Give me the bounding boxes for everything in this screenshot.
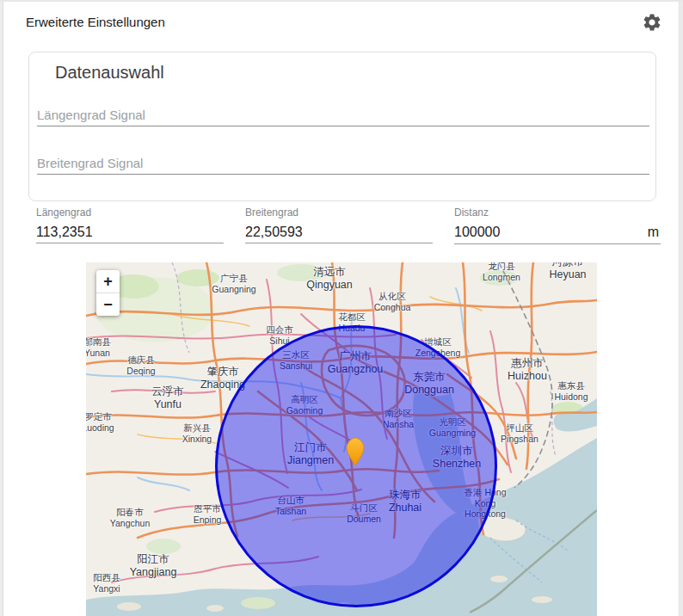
gear-icon [642, 22, 662, 35]
page-title: Erweiterte Einstellungen [26, 15, 165, 29]
map-place-label: 恩平市Enping [194, 503, 222, 525]
page-left-edge [0, 2, 3, 616]
longitude-input[interactable] [36, 221, 224, 243]
distance-input[interactable] [454, 221, 626, 243]
longitude-label: Längengrad [36, 206, 224, 219]
map-place-label: 惠州市Huizhou [508, 357, 547, 383]
longitude-field: Längengrad [36, 206, 224, 243]
map-place-label: 阳西县Yangxi [93, 572, 120, 594]
longitude-signal-input[interactable] [37, 104, 649, 126]
map-place-label: 郁南县Yunan [86, 336, 111, 358]
latitude-input[interactable] [245, 221, 433, 243]
map-place-label: 罗定市Luoding [86, 411, 114, 433]
latitude-signal-input[interactable] [37, 152, 649, 175]
card-title: Datenauswahl [55, 63, 164, 83]
map-place-label: 龙门县Longmen [483, 262, 520, 282]
map-place-label: 惠东县Huidong [554, 380, 588, 402]
zoom-in-button[interactable]: + [96, 270, 120, 293]
map-place-label: 云浮市Yunfu [151, 385, 184, 411]
map-place-label: 河源市Heyuan [549, 262, 586, 281]
page-right-edge [678, 2, 683, 616]
latitude-field: Breitengrad [245, 206, 433, 243]
location-marker[interactable] [345, 437, 366, 466]
settings-button[interactable] [640, 11, 664, 35]
map-place-label: 新兴县Xinxing [182, 422, 212, 444]
distance-unit: m [648, 225, 659, 240]
distance-field: Distanz m [454, 206, 661, 244]
map-place-label: 广宁县Guangning [212, 273, 255, 294]
map-place-label: 清远市Qingyuan [306, 266, 353, 292]
advanced-settings-panel: Erweiterte Einstellungen Datenauswahl Lä… [0, 0, 683, 616]
map-place-label: 阳江市Yangjiang [130, 553, 177, 579]
distance-label: Distanz [454, 206, 661, 219]
map-place-label: 坪山区Pingshan [501, 422, 538, 444]
latitude-label: Breitengrad [245, 206, 433, 219]
zoom-out-button[interactable]: − [96, 293, 120, 316]
map-place-label: 从化区Conghua [374, 291, 411, 312]
map-place-label: 阳春市Yangchun [110, 507, 151, 528]
map-zoom-control: + − [96, 270, 120, 316]
map-place-label: 德庆县Deqing [126, 354, 155, 376]
data-selection-card: Datenauswahl [28, 52, 656, 201]
map[interactable]: 广宁县Guangning清远市Qingyuan龙门县Longmen河源市Heyu… [86, 262, 597, 616]
